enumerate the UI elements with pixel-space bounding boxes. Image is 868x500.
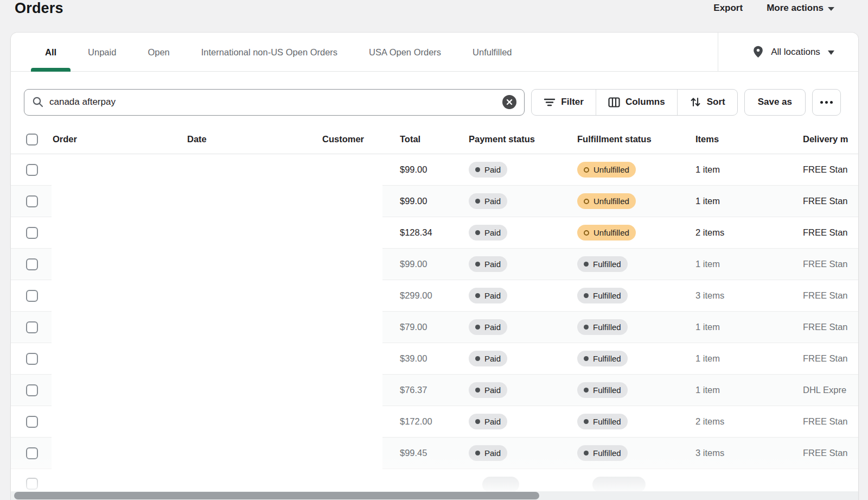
header-actions: Export More actions <box>713 3 834 14</box>
column-header-date[interactable]: Date <box>187 134 322 144</box>
table-row[interactable]: $99.45 Paid Fulfilled 3 items FREE Stan <box>11 438 858 469</box>
delivery-method-cell: FREE Stan <box>783 259 858 269</box>
status-dot-icon <box>584 230 589 236</box>
fulfillment-status-badge: Fulfilled <box>577 414 628 429</box>
status-dot-icon <box>584 262 589 267</box>
items-cell: 1 item <box>695 322 783 332</box>
items-cell: 2 items <box>695 416 783 427</box>
table-row[interactable]: $172.00 Paid Fulfilled 2 items FREE Stan <box>11 406 858 438</box>
row-checkbox[interactable] <box>26 478 38 490</box>
items-cell: 1 item <box>695 164 783 175</box>
total-cell: $99.45 <box>400 448 469 458</box>
total-cell: $99.00 <box>400 164 469 175</box>
column-header-order[interactable]: Order <box>53 134 187 144</box>
tab-unfulfilled[interactable]: Unfulfilled <box>457 33 527 72</box>
payment-status-badge: Paid <box>469 193 507 209</box>
clear-search-icon[interactable] <box>502 95 516 109</box>
filter-icon <box>544 97 556 107</box>
chevron-down-icon <box>828 50 834 55</box>
sort-button[interactable]: Sort <box>677 90 737 115</box>
search-input[interactable] <box>49 97 497 107</box>
toolbar: Filter Columns Sort Save as <box>11 72 858 125</box>
horizontal-scrollbar-thumb[interactable] <box>14 492 539 499</box>
more-options-button[interactable] <box>812 89 841 116</box>
tab-list: All Unpaid Open International non-US Ope… <box>29 33 528 72</box>
total-cell: $79.00 <box>400 322 469 332</box>
total-cell: $99.00 <box>400 259 469 269</box>
total-cell: $99.00 <box>400 196 469 206</box>
items-cell: 3 items <box>695 290 783 301</box>
column-header-fulfillment-status[interactable]: Fulfillment status <box>577 134 695 144</box>
row-checkbox[interactable] <box>26 258 38 270</box>
columns-button[interactable]: Columns <box>596 90 677 115</box>
status-dot-icon <box>475 451 480 455</box>
row-checkbox[interactable] <box>26 321 38 333</box>
payment-status-badge: Paid <box>469 382 507 398</box>
row-checkbox[interactable] <box>26 447 38 459</box>
tab-unpaid[interactable]: Unpaid <box>72 33 132 72</box>
tab-international-non-us-open-orders[interactable]: International non-US Open Orders <box>186 33 353 72</box>
filter-button[interactable]: Filter <box>532 90 596 115</box>
delivery-method-cell: FREE Stan <box>783 290 858 301</box>
column-header-payment-status[interactable]: Payment status <box>469 134 577 144</box>
page-title: Orders <box>15 0 63 17</box>
more-actions-button[interactable]: More actions <box>767 3 834 14</box>
payment-status-badge: Paid <box>469 256 507 272</box>
columns-icon <box>608 97 620 107</box>
select-all-checkbox[interactable] <box>26 134 38 145</box>
tab-usa-open-orders[interactable]: USA Open Orders <box>353 33 457 72</box>
total-cell: $172.00 <box>400 416 469 427</box>
save-as-button[interactable]: Save as <box>744 89 806 116</box>
table-row[interactable]: $79.00 Paid Fulfilled 1 item FREE Stan <box>11 312 858 343</box>
status-dot-icon <box>475 262 480 267</box>
table-row[interactable]: $299.00 Paid Fulfilled 3 items FREE Stan <box>11 280 858 312</box>
row-checkbox[interactable] <box>26 290 38 302</box>
fulfillment-status-badge <box>592 477 646 492</box>
column-header-total[interactable]: Total <box>400 134 469 144</box>
tab-open[interactable]: Open <box>132 33 185 72</box>
table-body: $99.00 Paid Unfulfilled 1 item FREE Stan… <box>11 154 858 500</box>
items-cell: 1 item <box>695 196 783 206</box>
table-row[interactable]: $39.00 Paid Fulfilled 1 item FREE Stan <box>11 343 858 375</box>
items-cell: 2 items <box>695 227 783 238</box>
search-box[interactable] <box>24 89 525 116</box>
horizontal-scrollbar[interactable] <box>11 491 858 500</box>
table-row[interactable]: $99.00 Paid Fulfilled 1 item FREE Stan <box>11 249 858 280</box>
location-filter-button[interactable]: All locations <box>729 33 858 71</box>
row-checkbox[interactable] <box>26 164 38 176</box>
page-header: Orders Export More actions <box>0 0 868 30</box>
status-dot-icon <box>475 293 480 298</box>
payment-status-badge: Paid <box>469 162 507 178</box>
status-dot-icon <box>584 167 589 173</box>
fulfillment-status-badge: Fulfilled <box>577 319 628 335</box>
tabs-row: All Unpaid Open International non-US Ope… <box>11 33 858 72</box>
delivery-method-cell: FREE Stan <box>783 322 858 332</box>
table-row[interactable]: $76.37 Paid Fulfilled 1 item DHL Expre <box>11 375 858 406</box>
status-dot-icon <box>584 199 589 204</box>
export-button[interactable]: Export <box>713 3 743 14</box>
column-header-delivery-method[interactable]: Delivery m <box>783 134 858 144</box>
column-header-customer[interactable]: Customer <box>322 134 400 144</box>
table-row[interactable]: $99.00 Paid Unfulfilled 1 item FREE Stan <box>11 154 858 186</box>
column-header-items[interactable]: Items <box>695 134 783 144</box>
row-checkbox[interactable] <box>26 227 38 239</box>
payment-status-badge: Paid <box>469 351 507 366</box>
row-checkbox[interactable] <box>26 195 38 207</box>
delivery-method-cell: FREE Stan <box>783 416 858 427</box>
fulfillment-status-badge: Unfulfilled <box>577 225 636 240</box>
payment-status-badge: Paid <box>469 445 507 461</box>
row-checkbox[interactable] <box>26 416 38 428</box>
status-dot-icon <box>584 293 589 298</box>
row-checkbox[interactable] <box>26 353 38 365</box>
table-row[interactable]: $128.34 Paid Unfulfilled 2 items FREE St… <box>11 217 858 249</box>
ellipsis-icon <box>820 101 833 104</box>
status-dot-icon <box>584 356 589 361</box>
tab-all[interactable]: All <box>29 33 72 72</box>
payment-status-badge <box>482 477 519 492</box>
delivery-method-cell: FREE Stan <box>783 164 858 175</box>
total-cell: $128.34 <box>400 227 469 238</box>
delivery-method-cell: FREE Stan <box>783 448 858 458</box>
table-row[interactable]: $99.00 Paid Unfulfilled 1 item FREE Stan <box>11 186 858 217</box>
row-checkbox[interactable] <box>26 384 38 396</box>
total-cell: $299.00 <box>400 290 469 301</box>
